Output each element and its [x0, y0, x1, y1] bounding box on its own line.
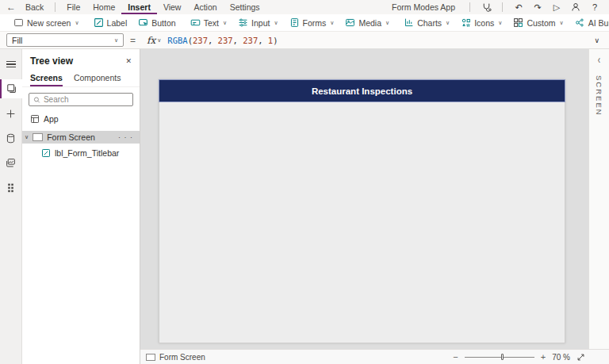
close-icon[interactable]: ✕ [125, 57, 132, 65]
chevron-left-icon[interactable]: ‹ [598, 54, 600, 66]
formula-token: , [233, 36, 243, 45]
ribbon-input[interactable]: Input ∨ [232, 14, 283, 32]
label-control-icon [41, 148, 51, 158]
app-icon [30, 114, 40, 124]
button-icon [138, 17, 148, 28]
ribbon-new-screen[interactable]: New screen ∨ [8, 14, 85, 32]
titlebar-label-control[interactable]: Restaurant Inspections [159, 80, 565, 102]
screen-thumbnail-icon [33, 133, 43, 141]
zoom-slider-handle[interactable] [501, 354, 504, 360]
formula-input[interactable]: RGBA(237, 237, 237, 1) [167, 36, 278, 45]
formula-token: 237 [218, 36, 233, 45]
formula-token: , [208, 36, 218, 45]
ribbon-custom[interactable]: Custom ∨ [508, 14, 569, 32]
rail-insert-button[interactable] [0, 104, 22, 123]
status-bar: Form Screen − + 70 % [140, 349, 609, 364]
search-icon [33, 96, 40, 104]
advanced-tools-icon [6, 182, 16, 193]
menu-home[interactable]: Home [86, 0, 121, 14]
ribbon-ai-builder[interactable]: AI Builder ∨ [569, 14, 609, 32]
app-checker-icon[interactable] [478, 1, 494, 13]
fit-to-window-icon[interactable] [576, 353, 585, 362]
tree-view-panel: Tree view ✕ Screens Components App ∨ For… [22, 49, 140, 364]
rail-tree-view-button[interactable] [0, 79, 22, 98]
ribbon-charts[interactable]: Charts ∨ [398, 14, 455, 32]
forms-icon [289, 17, 300, 28]
ai-builder-icon [575, 17, 585, 28]
ribbon-item-label: Button [151, 18, 175, 28]
formula-token: 237 [193, 36, 208, 45]
ribbon-item-label: New screen [27, 18, 71, 28]
formula-bar-expand-chevron-icon[interactable]: ∨ [594, 36, 603, 44]
menu-insert[interactable]: Insert [121, 0, 157, 14]
text-icon [190, 17, 201, 28]
screen-thumbnail-icon [146, 354, 155, 361]
ribbon-icons[interactable]: Icons ∨ [455, 14, 508, 32]
ellipsis-icon[interactable]: · · · [118, 133, 140, 141]
search-input[interactable] [44, 95, 128, 104]
insert-ribbon: New screen ∨ Label Button Text ∨ Input ∨… [0, 14, 609, 32]
tree-view-title: Tree view [30, 56, 73, 67]
chevron-down-icon[interactable]: ∨ [157, 37, 161, 44]
chevron-down-icon: ∨ [274, 20, 278, 26]
ribbon-item-label: Forms [303, 18, 327, 28]
rail-menu-button[interactable] [0, 55, 22, 74]
chevron-down-icon: ∨ [560, 20, 564, 26]
ribbon-media[interactable]: Media ∨ [339, 14, 395, 32]
tree-item-form-screen[interactable]: ∨ Form Screen · · · [22, 131, 140, 144]
user-icon[interactable] [568, 1, 584, 13]
form-screen-canvas[interactable]: Restaurant Inspections [159, 79, 565, 343]
property-selector[interactable]: Fill ∨ [6, 33, 124, 47]
ribbon-forms[interactable]: Forms ∨ [284, 14, 340, 32]
undo-icon[interactable]: ↶ [511, 1, 527, 13]
equals-sign: = [130, 35, 136, 46]
ribbon-item-label: Charts [417, 18, 442, 28]
media-icon [345, 17, 355, 28]
rail-advanced-tools-button[interactable] [0, 178, 22, 197]
menu-file[interactable]: File [60, 0, 86, 14]
menu-settings[interactable]: Settings [224, 0, 266, 14]
zoom-controls: − + 70 % [453, 352, 585, 362]
back-arrow-icon: ← [6, 2, 16, 13]
play-icon[interactable]: ▷ [549, 1, 565, 13]
zoom-slider[interactable] [465, 354, 534, 361]
canvas-area[interactable]: Restaurant Inspections ‹ SCREEN Form Scr… [140, 49, 609, 364]
ribbon-text[interactable]: Text ∨ [185, 14, 232, 32]
menu-action[interactable]: Action [187, 0, 223, 14]
media-library-icon [6, 158, 16, 168]
menu-view[interactable]: View [157, 0, 188, 14]
zoom-out-icon[interactable]: − [453, 352, 458, 362]
titlebar-text: Restaurant Inspections [312, 86, 412, 96]
formula-token: ) [273, 36, 278, 45]
redo-icon[interactable]: ↷ [530, 1, 546, 13]
new-screen-icon [13, 17, 24, 28]
rail-data-button[interactable] [0, 128, 22, 148]
menu-divider [469, 2, 470, 12]
ribbon-item-label: Custom [527, 18, 555, 28]
tab-screens[interactable]: Screens [30, 71, 63, 86]
database-icon [6, 133, 16, 144]
tree-item-label: App [44, 114, 59, 124]
chevron-down-icon: ∨ [223, 20, 227, 26]
chevron-down-icon: ∨ [498, 20, 502, 26]
properties-panel-label: SCREEN [595, 75, 603, 117]
status-screen-name: Form Screen [159, 353, 205, 362]
fx-icon: fx [147, 35, 155, 46]
ribbon-item-label: Icons [474, 18, 494, 28]
menu-back[interactable]: Back [19, 0, 50, 14]
formula-bar: Fill ∨ = fx ∨ RGBA(237, 237, 237, 1) ∨ [0, 32, 609, 49]
ribbon-label[interactable]: Label [88, 14, 133, 32]
hamburger-icon [6, 61, 16, 68]
tab-components[interactable]: Components [74, 71, 121, 86]
tree-search-box[interactable] [29, 93, 133, 106]
chevron-down-icon[interactable]: ∨ [25, 134, 29, 140]
tree-item-app[interactable]: App [22, 112, 140, 126]
icons-icon [461, 17, 471, 28]
chevron-down-icon: ∨ [385, 20, 389, 26]
help-icon[interactable]: ? [587, 1, 603, 13]
ribbon-button[interactable]: Button [132, 14, 181, 32]
zoom-in-icon[interactable]: + [541, 352, 546, 362]
tree-item-label-control[interactable]: lbl_Form_Titlebar [22, 146, 140, 159]
rail-media-button[interactable] [0, 153, 22, 172]
top-menu-bar: ← Back File Home Insert View Action Sett… [0, 0, 609, 14]
